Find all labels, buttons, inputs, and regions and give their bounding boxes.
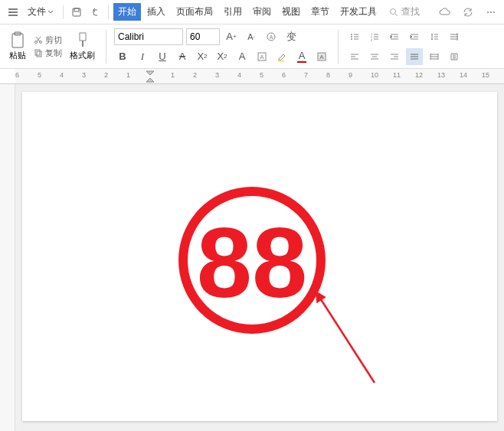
align-center-icon[interactable] xyxy=(366,48,383,65)
ruler-tick: 6 xyxy=(15,71,19,79)
font-group: A+ A- A 变 B I U A X2 X2 A A A A xyxy=(114,28,330,65)
tab-references[interactable]: 引用 xyxy=(219,3,247,21)
font-name-select[interactable] xyxy=(114,28,183,45)
separator xyxy=(338,30,339,64)
grow-font-icon[interactable]: A+ xyxy=(223,28,240,45)
highlight-button[interactable] xyxy=(273,48,290,65)
clear-format-button[interactable]: A xyxy=(234,48,250,65)
svg-rect-1 xyxy=(74,8,79,11)
tab-review[interactable]: 审阅 xyxy=(248,3,276,21)
increase-indent-icon[interactable] xyxy=(406,28,423,45)
copy-icon xyxy=(34,48,43,57)
bold-button[interactable]: B xyxy=(114,48,131,65)
font-color-button[interactable]: A xyxy=(293,48,310,65)
text-direction-icon[interactable] xyxy=(446,48,463,65)
paste-label: 粘贴 xyxy=(9,50,26,61)
align-justify-icon[interactable] xyxy=(406,48,423,65)
svg-rect-6 xyxy=(12,34,23,47)
sync-icon[interactable] xyxy=(460,4,476,21)
char-border-button[interactable]: A xyxy=(254,48,270,65)
cut-button[interactable]: 剪切 xyxy=(34,34,62,46)
ruler-tick: 15 xyxy=(482,71,489,79)
svg-point-5 xyxy=(493,11,495,13)
stamp-text: 88 xyxy=(197,207,308,318)
distribute-icon[interactable] xyxy=(426,48,443,65)
horizontal-ruler[interactable]: 654321123456789101112131415 xyxy=(15,69,504,83)
file-menu[interactable]: 文件 xyxy=(23,3,58,21)
ruler-tick: 3 xyxy=(215,71,219,79)
cloud-icon[interactable] xyxy=(437,4,453,21)
svg-text:A: A xyxy=(260,54,264,60)
ruler-corner xyxy=(0,69,15,83)
ruler-tick: 12 xyxy=(415,71,423,79)
indent-marker-icon[interactable] xyxy=(146,70,155,83)
clipboard-mini-group: 剪切 复制 xyxy=(34,34,62,59)
superscript-button[interactable]: X2 xyxy=(194,48,211,65)
svg-point-20 xyxy=(351,34,352,35)
ruler-tick: 7 xyxy=(304,71,308,79)
svg-line-27 xyxy=(319,297,375,383)
number-list-icon[interactable]: 123 xyxy=(366,28,383,45)
ruler-tick: 13 xyxy=(437,71,445,79)
underline-button[interactable]: U xyxy=(154,48,171,65)
svg-rect-12 xyxy=(80,33,86,41)
ruler-tick: 6 xyxy=(282,71,286,79)
format-painter-button[interactable]: 格式刷 xyxy=(67,30,98,63)
ruler-tick: 1 xyxy=(171,71,175,79)
ruler-tick: 3 xyxy=(82,71,86,79)
tab-marker-icon[interactable] xyxy=(446,28,463,45)
separator xyxy=(63,5,64,19)
annotation-arrow-icon xyxy=(313,291,390,390)
strike-button[interactable]: A xyxy=(174,48,191,65)
svg-point-22 xyxy=(351,38,352,40)
svg-rect-17 xyxy=(278,60,284,62)
editor-area: 88 xyxy=(0,84,504,431)
shrink-font-icon[interactable]: A- xyxy=(243,28,260,45)
svg-rect-11 xyxy=(37,51,41,57)
separator xyxy=(108,5,109,19)
ruler-tick: 8 xyxy=(326,71,330,79)
line-spacing-icon[interactable] xyxy=(426,28,443,45)
search-placeholder: 查找 xyxy=(401,5,420,18)
bullet-list-icon[interactable] xyxy=(346,28,363,45)
tab-home[interactable]: 开始 xyxy=(113,3,141,21)
search-icon xyxy=(389,8,398,17)
paragraph-group: 123 xyxy=(346,28,463,65)
ruler-tick: 14 xyxy=(460,71,467,79)
tab-view[interactable]: 视图 xyxy=(277,3,305,21)
copy-label: 复制 xyxy=(45,47,62,59)
align-right-icon[interactable] xyxy=(386,48,403,65)
vertical-ruler[interactable] xyxy=(0,84,15,431)
decrease-indent-icon[interactable] xyxy=(386,28,403,45)
subscript-button[interactable]: X2 xyxy=(214,48,231,65)
ruler-tick: 9 xyxy=(349,71,352,79)
svg-text:3: 3 xyxy=(371,38,373,42)
more-icon[interactable] xyxy=(483,4,499,21)
italic-button[interactable]: I xyxy=(134,48,151,65)
svg-point-21 xyxy=(351,36,352,38)
file-menu-label: 文件 xyxy=(28,5,46,18)
copy-button[interactable]: 复制 xyxy=(34,47,62,59)
tab-developer[interactable]: 开发工具 xyxy=(335,3,381,21)
align-left-icon[interactable] xyxy=(346,48,363,65)
undo-icon[interactable] xyxy=(87,4,103,21)
clipboard-icon xyxy=(10,31,25,50)
stamp-shape[interactable]: 88 xyxy=(175,184,329,337)
paste-button[interactable]: 粘贴 xyxy=(6,30,29,63)
search-box[interactable]: 查找 xyxy=(389,5,420,18)
tab-page-layout[interactable]: 页面布局 xyxy=(172,3,218,21)
ruler-tick: 2 xyxy=(193,71,197,79)
change-case-icon[interactable]: A xyxy=(263,28,280,45)
svg-text:A: A xyxy=(270,34,273,40)
phonetic-icon[interactable]: 变 xyxy=(283,28,299,45)
char-shading-button[interactable]: A xyxy=(313,48,330,65)
tab-section[interactable]: 章节 xyxy=(306,3,334,21)
save-icon[interactable] xyxy=(68,4,85,21)
ruler-tick: 11 xyxy=(393,71,401,79)
document-page[interactable]: 88 xyxy=(22,92,497,421)
font-size-select[interactable] xyxy=(186,28,220,45)
menu-icon[interactable] xyxy=(5,4,21,21)
ruler-tick: 4 xyxy=(60,71,64,79)
tab-insert[interactable]: 插入 xyxy=(142,3,170,21)
ruler-row: 654321123456789101112131415 xyxy=(0,69,504,84)
